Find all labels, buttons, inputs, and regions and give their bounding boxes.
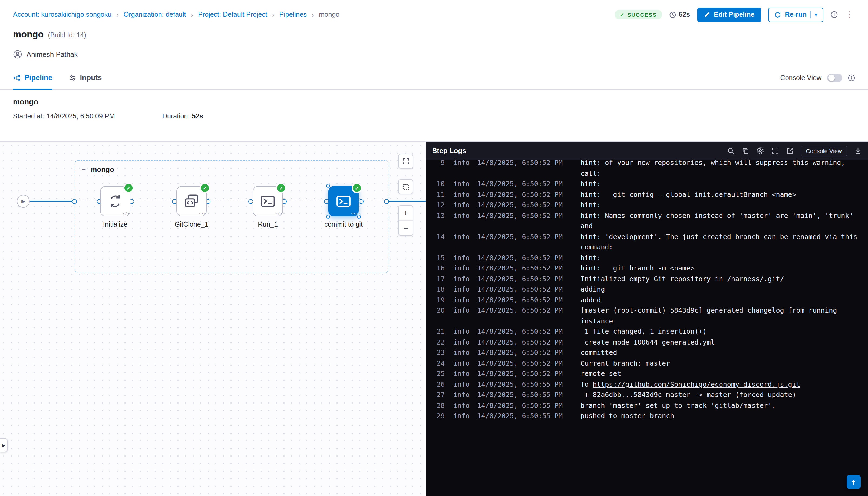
- node-run[interactable]: ✓ </> Run_1: [253, 186, 283, 216]
- breadcrumb-current: mongo: [319, 11, 339, 18]
- pipeline-canvas[interactable]: ▶ − mongo: [0, 142, 426, 496]
- zoom-in-button[interactable]: +: [399, 205, 413, 220]
- log-row: 27info14/8/2025, 6:50:55 PM + 82a6dbb...…: [431, 389, 859, 400]
- log-row: 19info14/8/2025, 6:50:52 PMadded: [431, 295, 859, 305]
- chevron-right-icon: ›: [191, 11, 193, 19]
- rerun-button[interactable]: Re-run ▾: [768, 7, 823, 22]
- node-label: Run_1: [258, 221, 278, 228]
- node-label: commit to git: [324, 221, 363, 228]
- tab-inputs-label: Inputs: [80, 74, 102, 82]
- clock-icon: [669, 11, 676, 18]
- tab-pipeline[interactable]: Pipeline: [13, 66, 52, 89]
- log-num: 10: [431, 179, 445, 189]
- node-box[interactable]: ✓ </>: [253, 186, 283, 216]
- tabs: Pipeline Inputs: [13, 66, 102, 89]
- node-box[interactable]: ✓ </>: [100, 186, 130, 216]
- fullscreen-icon[interactable]: [772, 147, 779, 154]
- node-label: Initialize: [103, 221, 127, 228]
- log-msg: + 82a6dbb...5843d9c master -> master (fo…: [580, 389, 859, 400]
- pencil-icon: [703, 11, 710, 18]
- log-row: 28info14/8/2025, 6:50:55 PMbranch 'maste…: [431, 400, 859, 410]
- log-time: 14/8/2025, 6:50:52 PM: [477, 210, 563, 221]
- started-value: 14/8/2025, 6:50:09 PM: [46, 112, 115, 120]
- node-label: GitClone_1: [174, 221, 208, 228]
- node-commit-to-git[interactable]: ✓ </> commit to git: [328, 186, 359, 216]
- open-in-new-icon[interactable]: [786, 147, 794, 154]
- log-num: 17: [431, 274, 445, 284]
- download-icon[interactable]: [854, 147, 862, 154]
- success-check-badge: ✓: [352, 183, 362, 193]
- button-divider: [810, 11, 811, 18]
- stage-group-name: mongo: [91, 166, 114, 174]
- chevron-right-icon: ›: [312, 11, 314, 19]
- copy-icon[interactable]: [742, 147, 749, 154]
- info-icon[interactable]: [830, 11, 838, 18]
- info-icon[interactable]: [848, 74, 855, 81]
- caret-down-icon[interactable]: ▾: [815, 12, 817, 17]
- duration-value: 52s: [192, 112, 203, 120]
- stage-group[interactable]: − mongo: [75, 160, 388, 273]
- log-row: 20info14/8/2025, 6:50:52 PM[master (root…: [431, 305, 859, 326]
- collapse-icon[interactable]: −: [82, 166, 86, 174]
- breadcrumb-organization[interactable]: Organization: default: [124, 11, 186, 18]
- success-check-badge: ✓: [276, 183, 286, 193]
- log-level: info: [453, 305, 470, 315]
- port: [384, 199, 389, 204]
- log-num: 11: [431, 189, 445, 200]
- chevron-right-icon: ›: [116, 11, 119, 19]
- status-badge: ✓ SUCCESS: [614, 10, 662, 19]
- zoom-out-button[interactable]: −: [399, 220, 413, 235]
- scroll-to-top-button[interactable]: [846, 475, 861, 489]
- node-box[interactable]: ✓ </>: [328, 186, 359, 216]
- edit-pipeline-button[interactable]: Edit Pipeline: [697, 7, 761, 22]
- tabs-row: Pipeline Inputs Console View: [0, 66, 868, 90]
- canvas-select-button[interactable]: [398, 179, 413, 194]
- toggle-knob: [828, 74, 835, 81]
- log-time: 14/8/2025, 6:50:55 PM: [477, 379, 563, 389]
- node-initialize[interactable]: ✓ </> Initialize: [100, 186, 130, 216]
- log-msg: hint:: [580, 252, 859, 263]
- log-msg: pushed to master branch: [580, 410, 859, 421]
- log-row: 14info14/8/2025, 6:50:52 PMhint: 'develo…: [431, 231, 859, 252]
- gear-icon[interactable]: [757, 146, 765, 155]
- log-time: 14/8/2025, 6:50:52 PM: [477, 200, 563, 210]
- play-icon: ▶: [21, 199, 25, 204]
- log-time: 14/8/2025, 6:50:52 PM: [477, 189, 563, 200]
- log-level: info: [453, 284, 470, 295]
- log-msg: Current branch: master: [580, 358, 859, 368]
- breadcrumb: Account: kurosakiichigo.songoku › Organi…: [13, 11, 339, 19]
- success-check-badge: ✓: [200, 183, 210, 193]
- chevron-right-icon: ›: [272, 11, 275, 19]
- log-num: 14: [431, 231, 445, 242]
- log-num: 24: [431, 358, 445, 368]
- breadcrumb-pipelines[interactable]: Pipelines: [279, 11, 307, 18]
- node-box[interactable]: ✓ </>: [176, 186, 207, 216]
- log-time: 14/8/2025, 6:50:52 PM: [477, 274, 563, 284]
- breadcrumb-account[interactable]: Account: kurosakiichigo.songoku: [13, 11, 111, 18]
- log-msg: 1 file changed, 1 insertion(+): [580, 326, 859, 337]
- console-view-toggle[interactable]: [827, 73, 842, 82]
- breadcrumb-project[interactable]: Project: Default Project: [198, 11, 267, 18]
- log-time: 14/8/2025, 6:50:52 PM: [477, 284, 563, 295]
- log-body[interactable]: 9info14/8/2025, 6:50:52 PMhint: of your …: [426, 159, 868, 496]
- log-panel-title: Step Logs: [432, 146, 466, 155]
- log-level: info: [453, 368, 470, 379]
- left-panel-toggle[interactable]: ▶: [0, 438, 7, 452]
- log-num: 22: [431, 337, 445, 347]
- kebab-menu-icon[interactable]: ⋮: [845, 10, 855, 19]
- log-link[interactable]: https://github.com/Sonichigo/economy-dis…: [593, 380, 800, 388]
- edge: [30, 201, 74, 202]
- canvas-fullscreen-button[interactable]: [398, 154, 413, 169]
- main-split: ▶ − mongo: [0, 142, 868, 496]
- log-row: 25info14/8/2025, 6:50:52 PMremote set: [431, 368, 859, 379]
- pipeline-start-node[interactable]: ▶: [17, 195, 30, 208]
- log-num: 27: [431, 389, 445, 400]
- port: [172, 199, 176, 204]
- search-icon[interactable]: [727, 147, 735, 154]
- tab-inputs[interactable]: Inputs: [69, 66, 102, 89]
- inputs-tab-icon: [69, 74, 76, 81]
- console-view-button[interactable]: Console View: [801, 145, 847, 156]
- log-num: 13: [431, 210, 445, 221]
- node-gitclone[interactable]: ✓ </> GitClone_1: [176, 186, 207, 216]
- elapsed-time: 52s: [669, 11, 690, 18]
